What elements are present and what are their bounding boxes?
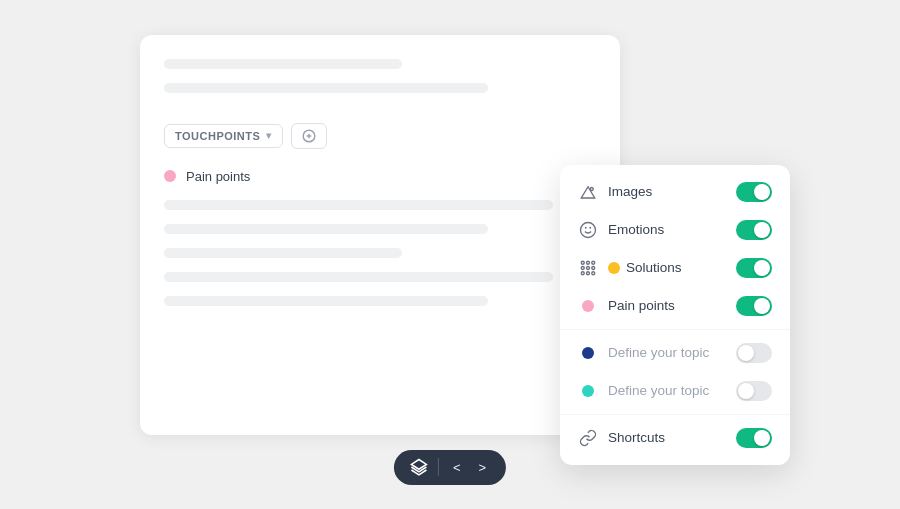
- svg-point-6: [587, 261, 590, 264]
- toggle-knob: [754, 260, 770, 276]
- toggle-emotions[interactable]: [736, 220, 772, 240]
- scene: TOUCHPOINTS ▾ Pain points: [110, 25, 790, 485]
- pain-points-icon: [578, 296, 598, 316]
- svg-point-7: [592, 261, 595, 264]
- pain-point-row: Pain points: [164, 169, 596, 184]
- list-item[interactable]: Define your topic: [560, 372, 790, 410]
- svg-point-10: [592, 266, 595, 269]
- toggle-knob: [754, 430, 770, 446]
- toggle-knob: [738, 345, 754, 361]
- next-button[interactable]: >: [475, 458, 491, 477]
- toggle-knob: [754, 298, 770, 314]
- card-lines: [164, 200, 596, 306]
- item-label: Shortcuts: [608, 430, 726, 445]
- list-item[interactable]: Shortcuts: [560, 419, 790, 457]
- toggle-shortcuts[interactable]: [736, 428, 772, 448]
- dropdown-panel: Images Emotions: [560, 165, 790, 465]
- item-label: Images: [608, 184, 726, 199]
- divider: [560, 414, 790, 415]
- list-item[interactable]: Pain points: [560, 287, 790, 325]
- list-item[interactable]: Solutions: [560, 249, 790, 287]
- solutions-color-dot: [608, 262, 620, 274]
- list-item[interactable]: Images: [560, 173, 790, 211]
- svg-point-9: [587, 266, 590, 269]
- toggle-pain-points[interactable]: [736, 296, 772, 316]
- toggle-images[interactable]: [736, 182, 772, 202]
- svg-point-13: [592, 271, 595, 274]
- toggle-define-2[interactable]: [736, 381, 772, 401]
- pain-point-dot: [164, 170, 176, 182]
- define-topic-2-icon: [578, 381, 598, 401]
- toggle-knob: [754, 184, 770, 200]
- item-label: Pain points: [608, 298, 726, 313]
- toggle-knob: [754, 222, 770, 238]
- link-icon: [578, 428, 598, 448]
- card-line: [164, 248, 402, 258]
- touchpoints-button[interactable]: TOUCHPOINTS ▾: [164, 124, 283, 148]
- emotion-icon: [578, 220, 598, 240]
- svg-point-12: [587, 271, 590, 274]
- toggle-knob: [738, 383, 754, 399]
- card-line: [164, 296, 488, 306]
- background-card: TOUCHPOINTS ▾ Pain points: [140, 35, 620, 435]
- card-line: [164, 59, 402, 69]
- list-item[interactable]: Define your topic: [560, 334, 790, 372]
- toolbar-icon-button[interactable]: [291, 123, 327, 149]
- svg-point-2: [581, 222, 596, 237]
- prev-button[interactable]: <: [449, 458, 465, 477]
- divider: [560, 329, 790, 330]
- bottom-toolbar: < >: [394, 450, 506, 485]
- item-label: Emotions: [608, 222, 726, 237]
- card-line: [164, 83, 488, 93]
- item-label: Define your topic: [608, 383, 726, 398]
- layers-icon[interactable]: [410, 458, 428, 476]
- touchpoints-label: TOUCHPOINTS: [175, 130, 260, 142]
- svg-point-11: [581, 271, 584, 274]
- card-toolbar: TOUCHPOINTS ▾: [164, 123, 596, 149]
- item-label: Define your topic: [608, 345, 726, 360]
- toggle-define-1[interactable]: [736, 343, 772, 363]
- svg-point-8: [581, 266, 584, 269]
- define-topic-1-icon: [578, 343, 598, 363]
- card-line: [164, 200, 553, 210]
- card-line: [164, 224, 488, 234]
- list-item[interactable]: Emotions: [560, 211, 790, 249]
- svg-point-5: [581, 261, 584, 264]
- chevron-down-icon: ▾: [266, 130, 272, 141]
- solutions-icon: [578, 258, 598, 278]
- pain-point-label: Pain points: [186, 169, 250, 184]
- toolbar-divider: [438, 458, 439, 476]
- card-line: [164, 272, 553, 282]
- mountain-icon: [578, 182, 598, 202]
- svg-point-1: [590, 187, 593, 190]
- item-label: Solutions: [626, 260, 726, 275]
- toggle-solutions[interactable]: [736, 258, 772, 278]
